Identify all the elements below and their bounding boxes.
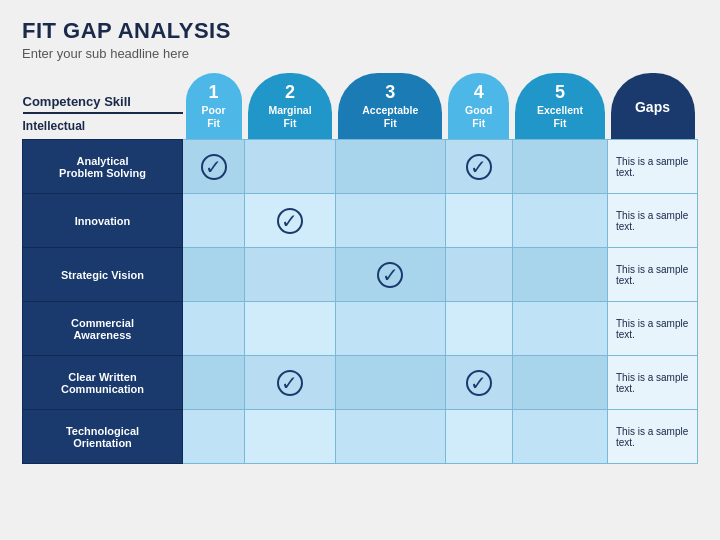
data-cell-r3-c2 — [335, 302, 445, 356]
skill-cell-3: CommercialAwareness — [23, 302, 183, 356]
table-row: Strategic Vision✓This is a sample text. — [23, 248, 698, 302]
data-cell-r5-c0 — [183, 410, 245, 464]
col-header-3: 3AcceptableFit — [335, 73, 445, 140]
check-icon: ✓ — [277, 208, 303, 234]
data-cell-r1-c2 — [335, 194, 445, 248]
col-num-2: 2 — [285, 83, 295, 101]
page-title: FIT GAP ANALYSIS — [22, 18, 698, 44]
data-cell-r4-c2 — [335, 356, 445, 410]
data-cell-r4-c0 — [183, 356, 245, 410]
data-cell-r0-c1 — [245, 140, 336, 194]
gaps-label: Gaps — [635, 99, 670, 116]
col-label-1: PoorFit — [202, 104, 226, 129]
col-label-2: MarginalFit — [268, 104, 311, 129]
data-cell-r1-c3 — [445, 194, 512, 248]
data-cell-r5-c1 — [245, 410, 336, 464]
data-cell-r3-c3 — [445, 302, 512, 356]
col-num-4: 4 — [474, 83, 484, 101]
col-header-2: 2MarginalFit — [245, 73, 336, 140]
data-cell-r0-c4 — [512, 140, 607, 194]
data-cell-r5-c2 — [335, 410, 445, 464]
data-cell-r4-c1: ✓ — [245, 356, 336, 410]
data-cell-r2-c1 — [245, 248, 336, 302]
check-icon: ✓ — [377, 262, 403, 288]
data-cell-r1-c4 — [512, 194, 607, 248]
data-cell-r2-c2: ✓ — [335, 248, 445, 302]
check-icon: ✓ — [277, 370, 303, 396]
col-header-4: 4GoodFit — [445, 73, 512, 140]
data-cell-r4-c3: ✓ — [445, 356, 512, 410]
col-num-1: 1 — [209, 83, 219, 101]
data-cell-r0-c0: ✓ — [183, 140, 245, 194]
gaps-cell-1: This is a sample text. — [608, 194, 698, 248]
check-icon: ✓ — [466, 154, 492, 180]
skill-header-cell: Competency Skill Intellectual — [23, 73, 183, 140]
gaps-cell-5: This is a sample text. — [608, 410, 698, 464]
col-num-5: 5 — [555, 83, 565, 101]
data-cell-r3-c1 — [245, 302, 336, 356]
col-header-1: 1PoorFit — [183, 73, 245, 140]
col-label-4: GoodFit — [465, 104, 492, 129]
data-cell-r2-c4 — [512, 248, 607, 302]
data-cell-r0-c2 — [335, 140, 445, 194]
table-row: Innovation✓This is a sample text. — [23, 194, 698, 248]
table-row: TechnologicalOrientationThis is a sample… — [23, 410, 698, 464]
check-icon: ✓ — [466, 370, 492, 396]
data-cell-r0-c3: ✓ — [445, 140, 512, 194]
page-subtitle: Enter your sub headline here — [22, 46, 698, 61]
data-cell-r5-c3 — [445, 410, 512, 464]
skill-cell-4: Clear WrittenCommunication — [23, 356, 183, 410]
data-cell-r1-c1: ✓ — [245, 194, 336, 248]
table-row: AnalyticalProblem Solving✓✓This is a sam… — [23, 140, 698, 194]
competency-skill-label: Competency Skill — [23, 94, 183, 114]
skill-cell-2: Strategic Vision — [23, 248, 183, 302]
skill-cell-5: TechnologicalOrientation — [23, 410, 183, 464]
col-header-gaps: Gaps — [608, 73, 698, 140]
table-row: CommercialAwarenessThis is a sample text… — [23, 302, 698, 356]
gaps-cell-0: This is a sample text. — [608, 140, 698, 194]
data-cell-r5-c4 — [512, 410, 607, 464]
data-cell-r4-c4 — [512, 356, 607, 410]
data-cell-r2-c0 — [183, 248, 245, 302]
gaps-cell-3: This is a sample text. — [608, 302, 698, 356]
table-row: Clear WrittenCommunication✓✓This is a sa… — [23, 356, 698, 410]
data-cell-r3-c0 — [183, 302, 245, 356]
intellectual-label: Intellectual — [23, 116, 183, 133]
data-cell-r2-c3 — [445, 248, 512, 302]
data-cell-r1-c0 — [183, 194, 245, 248]
col-header-5: 5ExcellentFit — [512, 73, 607, 140]
data-cell-r3-c4 — [512, 302, 607, 356]
col-label-5: ExcellentFit — [537, 104, 583, 129]
skill-cell-0: AnalyticalProblem Solving — [23, 140, 183, 194]
col-num-3: 3 — [385, 83, 395, 101]
gaps-cell-2: This is a sample text. — [608, 248, 698, 302]
skill-cell-1: Innovation — [23, 194, 183, 248]
check-icon: ✓ — [201, 154, 227, 180]
col-label-3: AcceptableFit — [362, 104, 418, 129]
gaps-cell-4: This is a sample text. — [608, 356, 698, 410]
